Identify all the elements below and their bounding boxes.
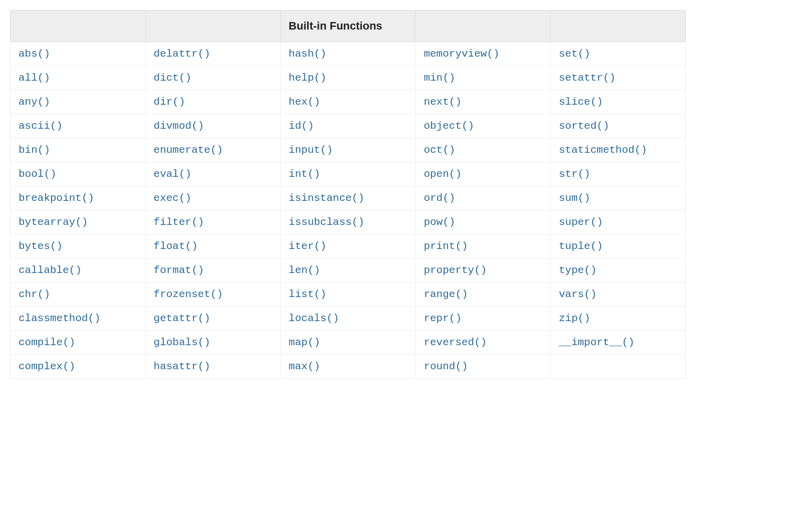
table-row: bool()eval()int()open()str() [11,162,686,186]
function-link[interactable]: bool() [19,168,57,180]
table-cell: setattr() [551,66,686,90]
function-link[interactable]: issubclass() [289,216,364,228]
function-link[interactable]: vars() [559,289,597,300]
function-link[interactable]: len() [289,265,320,276]
function-link[interactable]: getattr() [154,313,210,324]
function-link[interactable]: str() [559,168,590,180]
function-link[interactable]: ord() [424,192,455,204]
table-cell: memoryview() [416,42,551,66]
table-cell: str() [551,162,686,186]
table-header-cell: Built-in Functions [280,11,416,42]
function-link[interactable]: eval() [154,168,192,180]
function-link[interactable]: staticmethod() [559,144,647,156]
table-cell: oct() [416,138,551,162]
table-cell: isinstance() [280,186,416,210]
function-link[interactable]: id() [289,120,314,132]
table-cell: bytes() [11,234,146,259]
function-link[interactable]: help() [289,72,327,84]
function-link[interactable]: range() [424,289,468,300]
function-link[interactable]: compile() [19,337,75,348]
table-cell: filter() [145,210,280,234]
function-link[interactable]: zip() [559,313,590,324]
function-link[interactable]: breakpoint() [19,192,94,204]
function-link[interactable]: pow() [424,216,455,228]
function-link[interactable]: classmethod() [19,313,101,324]
table-cell: callable() [11,259,146,283]
function-link[interactable]: type() [559,265,597,276]
table-cell: float() [145,234,280,259]
function-link[interactable]: callable() [19,265,82,276]
function-link[interactable]: oct() [424,144,455,156]
function-link[interactable]: format() [154,265,204,276]
function-link[interactable]: reversed() [424,337,487,348]
function-link[interactable]: locals() [289,313,339,324]
table-cell: range() [416,283,551,307]
table-cell: min() [416,66,551,90]
function-link[interactable]: delattr() [154,48,210,60]
function-link[interactable]: sorted() [559,120,609,132]
function-link[interactable]: print() [424,240,468,252]
table-header-cell [145,11,280,42]
function-link[interactable]: memoryview() [424,48,499,60]
function-link[interactable]: filter() [154,216,204,228]
function-link[interactable]: bin() [19,144,50,156]
table-cell: super() [551,210,686,234]
function-link[interactable]: max() [289,361,320,372]
function-link[interactable]: tuple() [559,240,603,252]
function-link[interactable]: hash() [289,48,327,60]
table-cell: globals() [145,331,280,355]
function-link[interactable]: hasattr() [154,361,210,372]
function-link[interactable]: int() [289,168,320,180]
function-link[interactable]: divmod() [154,120,204,132]
function-link[interactable]: map() [289,337,320,348]
table-cell: pow() [416,210,551,234]
table-cell: zip() [551,307,686,331]
function-link[interactable]: dir() [154,96,185,108]
table-header-cell [416,11,551,42]
function-link[interactable]: complex() [19,361,75,372]
function-link[interactable]: hex() [289,96,320,108]
function-link[interactable]: slice() [559,96,603,108]
function-link[interactable]: isinstance() [289,192,364,204]
function-link[interactable]: object() [424,120,474,132]
function-link[interactable]: exec() [154,192,192,204]
function-link[interactable]: all() [19,72,50,84]
function-link[interactable]: frozenset() [154,289,223,300]
function-link[interactable]: property() [424,265,487,276]
function-link[interactable]: any() [19,96,50,108]
function-link[interactable]: super() [559,216,603,228]
table-cell: reversed() [416,331,551,355]
table-cell: hex() [280,90,416,114]
function-link[interactable]: bytes() [19,240,63,252]
function-link[interactable]: ascii() [19,120,63,132]
table-row: ascii()divmod()id()object()sorted() [11,114,686,138]
function-link[interactable]: next() [424,96,462,108]
table-cell: frozenset() [145,283,280,307]
table-cell: bytearray() [11,210,146,234]
function-link[interactable]: iter() [289,240,327,252]
table-row: compile()globals()map()reversed()__impor… [11,331,686,355]
table-body: abs()delattr()hash()memoryview()set()all… [11,42,686,379]
function-link[interactable]: __import__() [559,337,634,348]
function-link[interactable]: abs() [19,48,50,60]
function-link[interactable]: repr() [424,313,462,324]
table-cell: type() [551,259,686,283]
function-link[interactable]: list() [289,289,327,300]
function-link[interactable]: globals() [154,337,210,348]
function-link[interactable]: float() [154,240,198,252]
table-row: abs()delattr()hash()memoryview()set() [11,42,686,66]
function-link[interactable]: sum() [559,192,590,204]
function-link[interactable]: min() [424,72,455,84]
function-link[interactable]: enumerate() [154,144,223,156]
function-link[interactable]: setattr() [559,72,615,84]
function-link[interactable]: dict() [154,72,192,84]
table-cell: slice() [551,90,686,114]
function-link[interactable]: input() [289,144,333,156]
function-link[interactable]: open() [424,168,462,180]
function-link[interactable]: set() [559,48,590,60]
table-cell: all() [11,66,146,90]
function-link[interactable]: bytearray() [19,216,88,228]
function-link[interactable]: chr() [19,289,50,300]
table-cell: bin() [11,138,146,162]
function-link[interactable]: round() [424,361,468,372]
